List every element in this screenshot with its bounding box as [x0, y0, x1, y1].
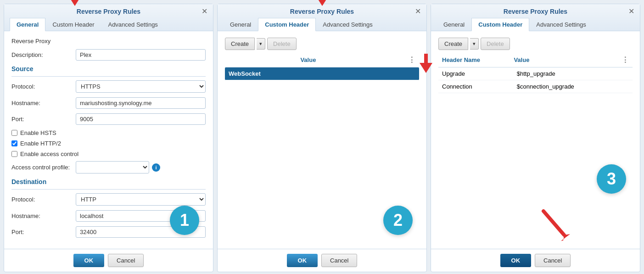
dialog-3: Reverse Proxy Rules ✕ General Custom Hea… — [431, 4, 640, 272]
dest-hostname-row: Hostname: — [11, 210, 206, 222]
dialog-2-tabs: General Custom Header Advanced Settings — [223, 18, 421, 31]
description-row: Description: — [11, 49, 206, 61]
create-button-3[interactable]: Create — [438, 38, 468, 50]
destination-title: Destination — [11, 178, 206, 185]
arrow-2-title — [316, 0, 329, 6]
reverse-proxy-label: Reverse Proxy — [11, 38, 76, 45]
tab-general-1[interactable]: General — [10, 18, 45, 31]
dialog-2-title: Reverse Proxy Rules — [290, 8, 354, 15]
websocket-name: WebSocket — [229, 70, 303, 77]
col-header-value-3: Value — [514, 56, 622, 63]
create-button-2[interactable]: Create — [225, 38, 255, 50]
reverse-proxy-row: Reverse Proxy — [11, 38, 206, 45]
http2-label: Enable HTTP/2 — [20, 140, 61, 147]
cancel-button-3[interactable]: Cancel — [535, 254, 571, 267]
dialog-2: Reverse Proxy Rules ✕ General Custom Hea… — [217, 4, 427, 272]
delete-button-2[interactable]: Delete — [267, 38, 297, 50]
hsts-row: Enable HSTS — [11, 129, 206, 136]
dest-port-label: Port: — [11, 229, 76, 235]
col-header-name-3: Header Name — [442, 56, 514, 63]
dialog-2-close[interactable]: ✕ — [415, 8, 421, 15]
dest-protocol-label: Protocol: — [11, 196, 76, 203]
tab-custom-header-2[interactable]: Custom Header — [258, 18, 316, 31]
ok-button-2[interactable]: OK — [287, 254, 318, 267]
source-port-row: Port: — [11, 113, 206, 125]
tab-custom-header-3[interactable]: Custom Header — [471, 18, 529, 31]
upgrade-row[interactable]: Upgrade $http_upgrade — [438, 67, 633, 80]
dest-port-row: Port: — [11, 226, 206, 238]
source-protocol-select[interactable]: HTTPS HTTP — [76, 80, 206, 93]
col-menu-3[interactable]: ⋮ — [622, 56, 629, 64]
dialog-2-body: Create ▾ Delete Value ⋮ WebSocket — [218, 31, 426, 249]
dialog-3-table-header: Header Name Value ⋮ — [438, 56, 633, 67]
source-protocol-row: Protocol: HTTPS HTTP — [11, 80, 206, 93]
upgrade-name: Upgrade — [442, 70, 517, 77]
connection-row[interactable]: Connection $connection_upgrade — [438, 80, 633, 93]
source-hostname-input[interactable] — [76, 97, 206, 109]
access-profile-row: Access control profile: i — [11, 161, 206, 173]
create-dropdown-2[interactable]: ▾ — [257, 38, 265, 50]
dialog-3-footer: OK Cancel — [431, 249, 640, 272]
ok-button-1[interactable]: OK — [73, 254, 105, 267]
upgrade-value: $http_upgrade — [517, 70, 629, 77]
arrow-2-websocket — [420, 54, 432, 73]
dialog-3-title: Reverse Proxy Rules — [504, 8, 567, 15]
access-control-label: Enable access control — [20, 151, 78, 157]
dialog-1: Reverse Proxy Rules ✕ General Custom Hea… — [4, 4, 213, 272]
dest-protocol-row: Protocol: HTTP HTTPS — [11, 193, 206, 206]
hsts-checkbox[interactable] — [11, 130, 17, 136]
http2-checkbox[interactable] — [11, 140, 17, 146]
dialog-1-footer: OK Cancel — [4, 249, 213, 272]
dialog-1-header: Reverse Proxy Rules ✕ General Custom Hea… — [4, 4, 213, 31]
websocket-row[interactable]: WebSocket — [225, 67, 419, 80]
tab-general-2[interactable]: General — [223, 18, 258, 31]
source-hostname-row: Hostname: — [11, 97, 206, 109]
source-hostname-label: Hostname: — [11, 100, 76, 106]
cancel-button-2[interactable]: Cancel — [321, 254, 357, 267]
dialog-1-close[interactable]: ✕ — [202, 8, 207, 15]
access-control-checkbox[interactable] — [11, 151, 17, 157]
info-icon[interactable]: i — [152, 163, 160, 172]
dialog-3-header: Reverse Proxy Rules ✕ General Custom Hea… — [431, 4, 640, 31]
dialog-3-toolbar: Create ▾ Delete — [438, 38, 633, 50]
dialog-2-toolbar: Create ▾ Delete — [225, 38, 419, 50]
dest-port-input[interactable] — [76, 226, 206, 238]
http2-row: Enable HTTP/2 — [11, 140, 206, 147]
hsts-label: Enable HSTS — [20, 129, 56, 136]
col-value-header-2: Value — [300, 56, 408, 63]
description-input[interactable] — [76, 49, 206, 61]
source-protocol-label: Protocol: — [11, 83, 76, 90]
connection-name: Connection — [442, 83, 517, 90]
tab-general-3[interactable]: General — [437, 18, 471, 31]
dialog-3-tabs: General Custom Header Advanced Settings — [437, 18, 634, 31]
access-profile-label: Access control profile: — [11, 164, 76, 171]
dialog-3-close[interactable]: ✕ — [628, 8, 634, 15]
access-control-row: Enable access control — [11, 151, 206, 157]
source-port-label: Port: — [11, 116, 76, 123]
dialog-1-title: Reverse Proxy Rules — [77, 8, 140, 15]
delete-button-3[interactable]: Delete — [481, 38, 510, 50]
ok-button-3[interactable]: OK — [500, 254, 532, 267]
arrow-1-tab — [68, 0, 81, 6]
tab-advanced-2[interactable]: Advanced Settings — [316, 18, 379, 31]
dialog-1-body: Reverse Proxy Description: Source Protoc… — [4, 31, 213, 249]
access-profile-select[interactable] — [76, 161, 149, 173]
dialog-2-table-header: Value ⋮ — [225, 56, 419, 67]
cancel-button-1[interactable]: Cancel — [108, 254, 144, 267]
svg-line-0 — [543, 211, 564, 235]
description-label: Description: — [11, 51, 76, 58]
create-dropdown-3[interactable]: ▾ — [470, 38, 479, 50]
tab-advanced-3[interactable]: Advanced Settings — [529, 18, 593, 31]
tab-custom-header-1[interactable]: Custom Header — [45, 18, 101, 31]
tab-advanced-1[interactable]: Advanced Settings — [101, 18, 164, 31]
dest-hostname-label: Hostname: — [11, 212, 76, 219]
col-menu-2[interactable]: ⋮ — [408, 56, 415, 64]
dest-protocol-select[interactable]: HTTP HTTPS — [76, 193, 206, 206]
connection-value: $connection_upgrade — [517, 83, 629, 90]
source-port-input[interactable] — [76, 113, 206, 125]
arrow-3-ok — [534, 207, 571, 243]
dialog-1-tabs: General Custom Header Advanced Settings — [10, 18, 207, 31]
dialog-2-header: Reverse Proxy Rules ✕ General Custom Hea… — [218, 4, 426, 31]
dest-hostname-input[interactable] — [76, 210, 206, 222]
source-title: Source — [11, 65, 206, 73]
